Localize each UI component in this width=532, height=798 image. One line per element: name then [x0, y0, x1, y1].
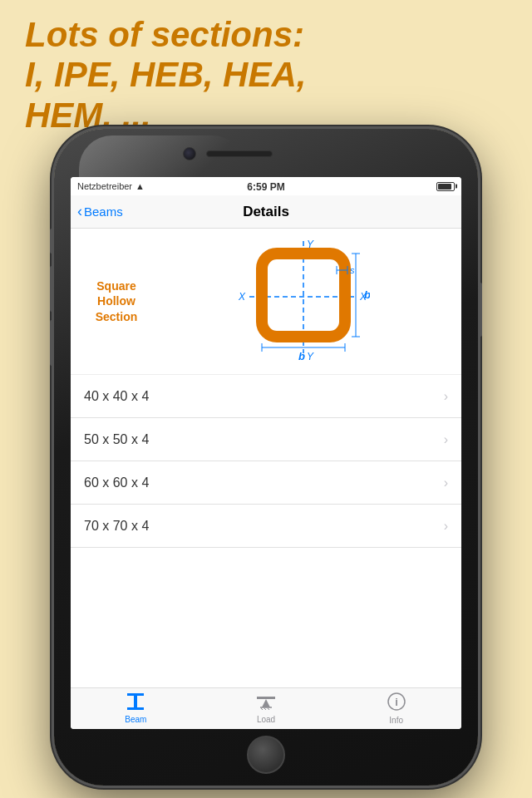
svg-line-26 [264, 708, 266, 710]
phone-screen: Netzbetreiber ▲ 6:59 PM ‹ Beams Details … [71, 177, 461, 729]
tab-beam[interactable]: Beam [71, 688, 201, 729]
back-button[interactable]: ‹ Beams [77, 203, 123, 220]
item-label-3: 60 x 60 x 4 [84, 475, 149, 490]
phone-mute-button [50, 229, 53, 254]
diagram-section: SquareHollowSection [71, 229, 461, 375]
list-item[interactable]: 70 x 70 x 4 › [71, 505, 461, 548]
svg-rect-21 [127, 707, 144, 710]
item-label-1: 40 x 40 x 4 [84, 389, 149, 404]
tab-info-label: Info [389, 716, 403, 725]
svg-marker-23 [262, 699, 270, 707]
status-bar: Netzbetreiber ▲ 6:59 PM [71, 177, 461, 195]
list-item[interactable]: 40 x 40 x 4 › [71, 375, 461, 418]
svg-line-25 [261, 708, 263, 710]
chevron-right-icon: › [444, 432, 448, 447]
sections-list: 40 x 40 x 4 › 50 x 50 x 4 › 60 x 60 x 4 … [71, 375, 461, 687]
phone-device: Netzbetreiber ▲ 6:59 PM ‹ Beams Details … [54, 129, 478, 786]
navigation-bar: ‹ Beams Details [71, 195, 461, 229]
section-type-label: SquareHollowSection [83, 278, 150, 324]
svg-rect-20 [134, 696, 137, 707]
tab-load-label: Load [257, 715, 275, 724]
phone-power-button [479, 283, 482, 337]
phone-home-button[interactable] [247, 736, 285, 774]
battery-fill [438, 184, 451, 190]
phone-volume-down-button [50, 320, 53, 366]
chevron-right-icon: › [444, 475, 448, 490]
wifi-icon: ▲ [135, 181, 145, 191]
phone-top-bar [183, 147, 349, 160]
tab-beam-label: Beam [125, 715, 146, 724]
section-diagram: Y Y X X b b s [237, 237, 370, 366]
phone-camera [183, 147, 196, 160]
nav-title: Details [243, 204, 289, 220]
svg-text:Y: Y [307, 351, 314, 362]
phone-volume-up-button [50, 266, 53, 312]
beam-icon [126, 693, 145, 713]
item-label-2: 50 x 50 x 4 [84, 432, 149, 447]
tab-load[interactable]: Load [201, 688, 332, 729]
list-item[interactable]: 50 x 50 x 4 › [71, 418, 461, 461]
load-icon [256, 693, 276, 713]
info-icon: i [387, 692, 406, 714]
svg-text:i: i [395, 696, 398, 708]
svg-line-27 [268, 708, 269, 710]
list-item[interactable]: 60 x 60 x 4 › [71, 461, 461, 505]
chevron-right-icon: › [444, 389, 448, 404]
tab-bar: Beam Load [71, 687, 461, 729]
header-line2: I, IPE, HEB, HEA, [25, 55, 507, 95]
tab-info[interactable]: i Info [331, 688, 461, 729]
back-label: Beams [84, 204, 123, 219]
phone-speaker [206, 150, 273, 157]
svg-text:Y: Y [307, 239, 314, 250]
svg-rect-19 [127, 693, 144, 696]
battery-icon [436, 182, 455, 191]
chevron-right-icon: › [444, 519, 448, 534]
carrier-label: Netzbetreiber [77, 181, 132, 191]
svg-text:s: s [350, 265, 355, 275]
svg-text:b: b [364, 288, 370, 301]
status-time: 6:59 PM [247, 181, 284, 193]
back-chevron-icon: ‹ [77, 203, 82, 220]
diagram-container: Y Y X X b b s [158, 237, 449, 366]
status-right [436, 182, 455, 191]
svg-text:b: b [298, 350, 305, 362]
header-section: Lots of sections: I, IPE, HEB, HEA, HEM,… [25, 15, 507, 135]
header-line1: Lots of sections: [25, 15, 507, 55]
svg-rect-22 [257, 697, 275, 699]
item-label-4: 70 x 70 x 4 [84, 519, 149, 534]
svg-text:X: X [238, 291, 246, 303]
